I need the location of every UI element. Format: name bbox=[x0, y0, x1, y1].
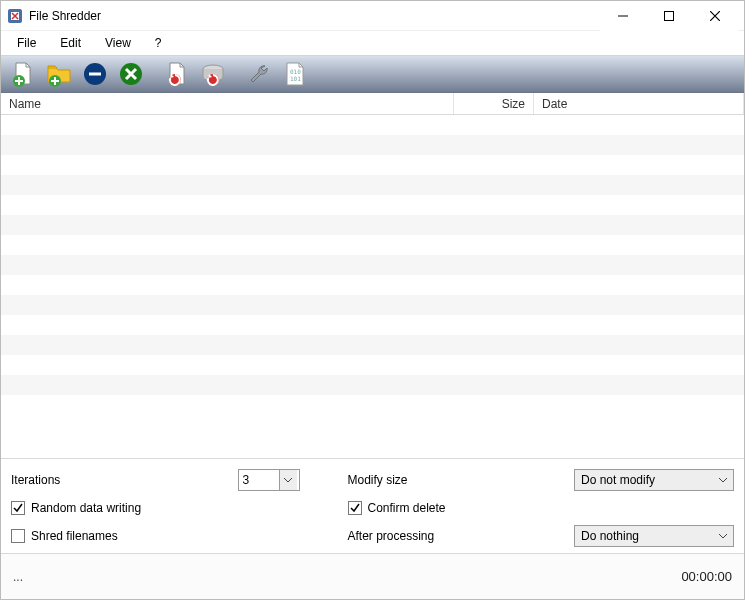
app-window: File Shredder File Edit View ? bbox=[0, 0, 745, 600]
menu-view[interactable]: View bbox=[95, 33, 141, 53]
random-writing-label: Random data writing bbox=[31, 501, 141, 515]
statusbar: ... 00:00:00 bbox=[1, 553, 744, 599]
file-list[interactable] bbox=[1, 115, 744, 458]
modify-size-label: Modify size bbox=[348, 473, 575, 487]
after-processing-value: Do nothing bbox=[581, 529, 639, 543]
after-processing-combo[interactable]: Do nothing bbox=[574, 525, 734, 547]
clear-icon bbox=[117, 60, 145, 88]
window-title: File Shredder bbox=[29, 9, 101, 23]
status-text: ... bbox=[13, 570, 681, 584]
titlebar: File Shredder bbox=[1, 1, 744, 31]
maximize-icon bbox=[664, 11, 674, 21]
iterations-input[interactable] bbox=[239, 473, 279, 487]
svg-rect-2 bbox=[665, 11, 674, 20]
list-header: Name Size Date bbox=[1, 93, 744, 115]
column-date[interactable]: Date bbox=[534, 93, 744, 114]
binary-icon: 010 101 bbox=[281, 60, 309, 88]
shred-filenames-checkbox[interactable] bbox=[11, 529, 25, 543]
modify-size-combo[interactable]: Do not modify bbox=[574, 469, 734, 491]
menu-help[interactable]: ? bbox=[145, 33, 172, 53]
app-icon bbox=[7, 8, 23, 24]
chevron-down-icon bbox=[719, 476, 727, 484]
status-time: 00:00:00 bbox=[681, 569, 732, 584]
toolbar: 010 101 bbox=[1, 55, 744, 93]
svg-rect-6 bbox=[89, 73, 101, 76]
confirm-delete-label: Confirm delete bbox=[368, 501, 446, 515]
close-icon bbox=[710, 11, 720, 21]
wrench-icon bbox=[245, 60, 273, 88]
confirm-delete-checkbox[interactable] bbox=[348, 501, 362, 515]
add-file-button[interactable] bbox=[7, 58, 39, 90]
modify-size-value: Do not modify bbox=[581, 473, 655, 487]
column-name[interactable]: Name bbox=[1, 93, 454, 114]
iterations-spinner[interactable] bbox=[238, 469, 300, 491]
remove-icon bbox=[81, 60, 109, 88]
minimize-button[interactable] bbox=[600, 1, 646, 31]
add-folder-icon bbox=[45, 60, 73, 88]
add-file-icon bbox=[9, 60, 37, 88]
svg-text:010: 010 bbox=[290, 68, 301, 75]
minimize-icon bbox=[618, 11, 628, 21]
settings-button[interactable] bbox=[243, 58, 275, 90]
options-panel: Iterations Modify size Do not modify Ran… bbox=[1, 458, 744, 553]
shred-disk-icon bbox=[199, 60, 227, 88]
svg-text:101: 101 bbox=[290, 75, 301, 82]
chevron-down-icon bbox=[719, 532, 727, 540]
clear-button[interactable] bbox=[115, 58, 147, 90]
checkmark-icon bbox=[13, 503, 23, 513]
shred-disk-button[interactable] bbox=[197, 58, 229, 90]
menubar: File Edit View ? bbox=[1, 31, 744, 55]
close-button[interactable] bbox=[692, 1, 738, 31]
checkmark-icon bbox=[350, 503, 360, 513]
menu-file[interactable]: File bbox=[7, 33, 46, 53]
add-folder-button[interactable] bbox=[43, 58, 75, 90]
column-size[interactable]: Size bbox=[454, 93, 534, 114]
shred-file-icon bbox=[163, 60, 191, 88]
remove-button[interactable] bbox=[79, 58, 111, 90]
menu-edit[interactable]: Edit bbox=[50, 33, 91, 53]
maximize-button[interactable] bbox=[646, 1, 692, 31]
shred-file-button[interactable] bbox=[161, 58, 193, 90]
iterations-label: Iterations bbox=[11, 473, 238, 487]
random-writing-checkbox[interactable] bbox=[11, 501, 25, 515]
binary-button[interactable]: 010 101 bbox=[279, 58, 311, 90]
chevron-down-icon bbox=[284, 476, 292, 484]
shred-filenames-label: Shred filenames bbox=[31, 529, 118, 543]
after-processing-label: After processing bbox=[348, 529, 575, 543]
